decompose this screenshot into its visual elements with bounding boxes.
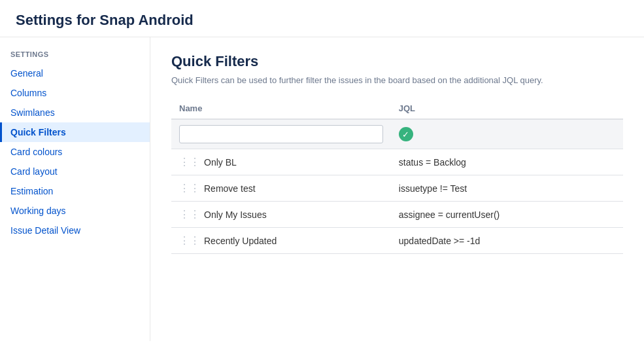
col-name-header: Name	[171, 98, 391, 119]
filter-jql-text: issuetype != Test	[391, 175, 623, 202]
filters-table: Name JQL ✓ ⋮⋮Only BLstatus = Backlog⋮⋮Re…	[171, 98, 623, 254]
filter-row: ⋮⋮Remove testissuetype != Test	[171, 175, 623, 202]
filter-row: ⋮⋮Only BLstatus = Backlog	[171, 149, 623, 175]
filter-name-text: Remove test	[204, 183, 256, 194]
page-title: Settings for Snap Android	[0, 0, 644, 37]
new-filter-row: ✓	[171, 119, 623, 149]
sidebar-section-label: SETTINGS	[0, 50, 150, 63]
filter-jql-text: updatedDate >= -1d	[391, 228, 623, 254]
main-content: Quick Filters Quick Filters can be used …	[150, 37, 644, 341]
sidebar-item-working-days[interactable]: Working days	[0, 201, 150, 221]
filter-name-text: Only BL	[204, 157, 237, 168]
drag-handle-icon[interactable]: ⋮⋮	[179, 234, 200, 247]
sidebar-item-estimation[interactable]: Estimation	[0, 181, 150, 201]
filter-row: ⋮⋮Recently UpdatedupdatedDate >= -1d	[171, 228, 623, 254]
sidebar-item-card-layout[interactable]: Card layout	[0, 162, 150, 181]
filter-jql-text: assignee = currentUser()	[391, 202, 623, 228]
sidebar-item-swimlanes[interactable]: Swimlanes	[0, 103, 150, 122]
filter-jql-text: status = Backlog	[391, 149, 623, 175]
sidebar-item-general[interactable]: General	[0, 63, 150, 83]
section-description: Quick Filters can be used to further fil…	[171, 75, 623, 85]
filter-row: ⋮⋮Only My Issuesassignee = currentUser()	[171, 202, 623, 228]
drag-handle-icon[interactable]: ⋮⋮	[179, 182, 200, 194]
sidebar-item-quick-filters[interactable]: Quick Filters	[0, 122, 150, 142]
filter-name-text: Recently Updated	[204, 236, 277, 246]
filter-name-text: Only My Issues	[204, 209, 267, 220]
sidebar-item-card-colours[interactable]: Card colours	[0, 142, 150, 162]
new-name-input[interactable]	[179, 125, 383, 143]
section-title: Quick Filters	[171, 53, 623, 70]
drag-handle-icon[interactable]: ⋮⋮	[179, 156, 200, 168]
sidebar-item-columns[interactable]: Columns	[0, 83, 150, 103]
sidebar-item-issue-detail-view[interactable]: Issue Detail View	[0, 221, 150, 240]
drag-handle-icon[interactable]: ⋮⋮	[179, 208, 200, 221]
sidebar: SETTINGS GeneralColumnsSwimlanesQuick Fi…	[0, 37, 150, 341]
confirm-icon[interactable]: ✓	[399, 127, 413, 141]
col-jql-header: JQL	[391, 98, 623, 119]
